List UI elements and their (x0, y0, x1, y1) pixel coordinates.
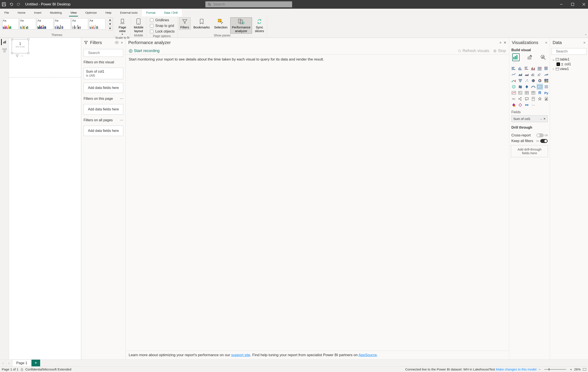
mobile-layout-button[interactable]: Mobile layout (132, 17, 145, 34)
remove-icon[interactable]: ✕ (543, 117, 546, 120)
snap-checkbox[interactable]: Snap to grid (149, 23, 175, 28)
scatter-icon[interactable] (524, 78, 530, 83)
collapse-icon[interactable]: » (121, 41, 123, 44)
report-view-icon[interactable] (1, 39, 8, 45)
field-pill[interactable]: Sum of col1 ⌄ ✕ (511, 115, 548, 122)
theme-swatch[interactable]: Aa (37, 18, 53, 30)
maximize-icon[interactable] (570, 2, 575, 7)
redo-icon[interactable] (17, 2, 21, 7)
kpi-icon[interactable] (511, 90, 517, 95)
qa-icon[interactable] (524, 96, 530, 102)
report-canvas[interactable]: 1 Sum of col1 ⋯ (9, 38, 81, 359)
add-page-button[interactable]: + (32, 360, 40, 366)
collapse-icon[interactable]: » (545, 41, 547, 44)
zoom-in-icon[interactable]: + (570, 367, 572, 371)
collapse-ribbon-icon[interactable]: ⌃ (585, 34, 587, 37)
chevron-right-icon[interactable]: › (552, 67, 555, 71)
python-visual-icon[interactable]: Py (544, 90, 549, 95)
power-apps-icon[interactable] (511, 102, 517, 108)
table-icon[interactable] (524, 90, 530, 95)
map-icon[interactable] (511, 84, 517, 89)
sync-slicers-button[interactable]: Sync slicers (253, 17, 266, 34)
ribbon-chart-icon[interactable] (544, 72, 549, 77)
waterfall-icon[interactable] (511, 78, 517, 83)
r-visual-icon[interactable]: R (537, 90, 543, 95)
card-visual[interactable]: 1 Sum of col1 (12, 39, 29, 53)
theme-swatch[interactable]: Aa (89, 18, 105, 30)
clustered-bar-icon[interactable] (524, 66, 530, 71)
tab-insert[interactable]: Insert (30, 9, 46, 17)
filled-map-icon[interactable] (517, 84, 523, 89)
slicer-icon[interactable] (517, 90, 523, 95)
keep-filters-toggle[interactable] (540, 139, 548, 143)
data-search[interactable] (551, 48, 587, 55)
save-icon[interactable] (2, 2, 6, 7)
chevron-down-icon[interactable]: ⌄ (552, 57, 555, 61)
search-box[interactable] (205, 1, 292, 7)
decomposition-icon[interactable] (517, 96, 523, 102)
make-changes-link[interactable]: Make changes to this model (496, 367, 536, 371)
matrix-icon[interactable] (530, 90, 536, 95)
build-mode-icon[interactable] (512, 53, 520, 61)
support-link[interactable]: support site (231, 353, 250, 357)
page-view-button[interactable]: Page view ▾ (117, 17, 128, 36)
line-clustered-icon[interactable] (537, 72, 543, 77)
filter-dropzone-all[interactable]: Add data fields here (84, 126, 123, 136)
undo-icon[interactable] (9, 2, 13, 7)
table-node[interactable]: ⌄ table1 (552, 57, 586, 62)
collapse-icon[interactable]: » (499, 41, 501, 44)
tab-view[interactable]: View (66, 9, 81, 17)
search-input[interactable] (213, 2, 290, 7)
drill-dropzone[interactable]: Add drill-through fields here (511, 145, 548, 157)
filter-card[interactable]: Sum of col1 is (All) (84, 68, 123, 79)
pie-icon[interactable] (530, 78, 536, 83)
donut-icon[interactable] (537, 78, 543, 83)
selection-button[interactable]: Selection (212, 17, 229, 30)
theme-swatch[interactable]: Aa (54, 18, 71, 30)
more-icon[interactable]: ⋯ (120, 118, 123, 122)
100-stacked-bar-icon[interactable] (537, 66, 543, 71)
gauge-icon[interactable] (530, 84, 536, 89)
themes-expand[interactable]: ▴ ▾ ▾ (108, 17, 112, 31)
stacked-bar-icon[interactable] (511, 66, 517, 71)
funnel-icon[interactable] (16, 54, 19, 58)
treemap-icon[interactable] (544, 78, 549, 83)
theme-swatch[interactable]: Aa (20, 18, 36, 30)
tab-home[interactable]: Home (13, 9, 30, 17)
theme-swatch[interactable]: Aa (2, 18, 19, 30)
more-icon[interactable]: ⋯ (21, 54, 23, 58)
gridlines-checkbox[interactable]: Gridlines (149, 18, 175, 22)
close-icon[interactable] (581, 2, 586, 7)
stacked-area-icon[interactable] (524, 72, 530, 77)
page-tab[interactable]: Page 1 (12, 360, 32, 366)
chevron-up-icon[interactable]: ▴ (108, 18, 112, 22)
appsource-link[interactable]: AppSource (358, 353, 377, 357)
zoom-out-icon[interactable]: − (538, 367, 540, 371)
model-view-icon[interactable] (1, 47, 8, 53)
more-visuals-icon[interactable]: ⋯ (530, 102, 536, 108)
collapse-icon[interactable]: » (583, 41, 585, 44)
close-icon[interactable]: ✕ (504, 41, 506, 45)
minimize-icon[interactable] (559, 2, 564, 7)
area-chart-icon[interactable] (517, 72, 523, 77)
key-influencers-icon[interactable] (511, 96, 517, 102)
analytics-mode-icon[interactable] (539, 53, 547, 61)
filters-search[interactable] (84, 49, 123, 57)
100-stacked-column-icon[interactable] (544, 66, 549, 71)
column-node[interactable]: ✓ Σ col1 (552, 62, 586, 67)
chevron-down-icon[interactable]: ▾ (108, 26, 112, 30)
performance-analyzer-button[interactable]: Performance analyzer (230, 17, 252, 34)
clustered-column-icon[interactable] (530, 66, 536, 71)
filter-dropzone-page[interactable]: Add data fields here (84, 104, 123, 114)
zoom-slider[interactable] (544, 369, 566, 370)
more-icon[interactable]: ⋯ (120, 96, 123, 101)
line-column-icon[interactable] (530, 72, 536, 77)
tab-external[interactable]: External tools (116, 9, 142, 17)
power-automate-icon[interactable] (517, 102, 523, 108)
card-visual-icon[interactable]: 123 (537, 84, 543, 89)
stacked-column-icon[interactable] (517, 66, 523, 71)
themes-gallery[interactable]: Aa Aa Aa Aa Aa Aa (1, 17, 106, 30)
eye-icon[interactable] (115, 41, 119, 44)
cross-report-toggle[interactable] (536, 134, 544, 137)
chevron-down-icon[interactable]: ▾ (108, 22, 112, 26)
